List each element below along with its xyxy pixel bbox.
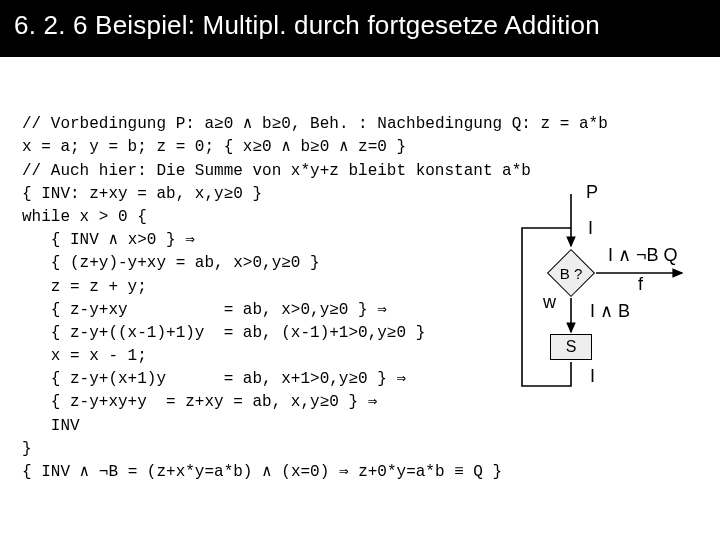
code-line: // Vorbedingung P: a≥0 ∧ b≥0, Beh. : Nac…	[22, 115, 608, 133]
label-i-top: I	[588, 218, 593, 239]
label-w: w	[543, 292, 556, 313]
label-p: P	[586, 182, 598, 203]
code-line: { INV ∧ ¬B = (z+x*y=a*b) ∧ (x=0) ⇒ z+0*y…	[22, 463, 502, 481]
code-line: { z-y+(x+1)y = ab, x+1>0,y≥0 } ⇒	[22, 370, 406, 388]
step-node: S	[550, 334, 592, 360]
code-line: z = z + y;	[22, 278, 147, 296]
label-i-bottom: I	[590, 366, 595, 387]
code-line: { INV ∧ x>0 } ⇒	[22, 231, 195, 249]
slide-body: // Vorbedingung P: a≥0 ∧ b≥0, Beh. : Nac…	[22, 90, 698, 530]
code-line: { z-y+xy+y = z+xy = ab, x,y≥0 } ⇒	[22, 393, 377, 411]
label-q: I ∧ ¬B Q	[608, 244, 678, 266]
code-line: }	[22, 440, 32, 458]
label-f: f	[638, 274, 643, 295]
code-line: { (z+y)-y+xy = ab, x>0,y≥0 }	[22, 254, 320, 272]
diagram-arrows	[510, 188, 690, 403]
decision-node: B ?	[548, 250, 594, 296]
label-i-and-b: I ∧ B	[590, 300, 630, 322]
code-line: x = a; y = b; z = 0; { x≥0 ∧ b≥0 ∧ z=0 }	[22, 138, 406, 156]
code-line: while x > 0 {	[22, 208, 147, 226]
page-title: 6. 2. 6 Beispiel: Multipl. durch fortges…	[0, 0, 720, 57]
code-line: { INV: z+xy = ab, x,y≥0 }	[22, 185, 262, 203]
code-line: // Auch hier: Die Summe von x*y+z bleibt…	[22, 162, 531, 180]
decision-label: B ?	[548, 250, 594, 296]
code-line: INV	[22, 417, 80, 435]
code-line: { z-y+xy = ab, x>0,y≥0 } ⇒	[22, 301, 387, 319]
slide: 6. 2. 6 Beispiel: Multipl. durch fortges…	[0, 0, 720, 540]
code-line: x = x - 1;	[22, 347, 147, 365]
flow-diagram: P I B ? I ∧ ¬B Q f w I ∧ B S I	[510, 188, 690, 403]
code-line: { z-y+((x-1)+1)y = ab, (x-1)+1>0,y≥0 }	[22, 324, 425, 342]
